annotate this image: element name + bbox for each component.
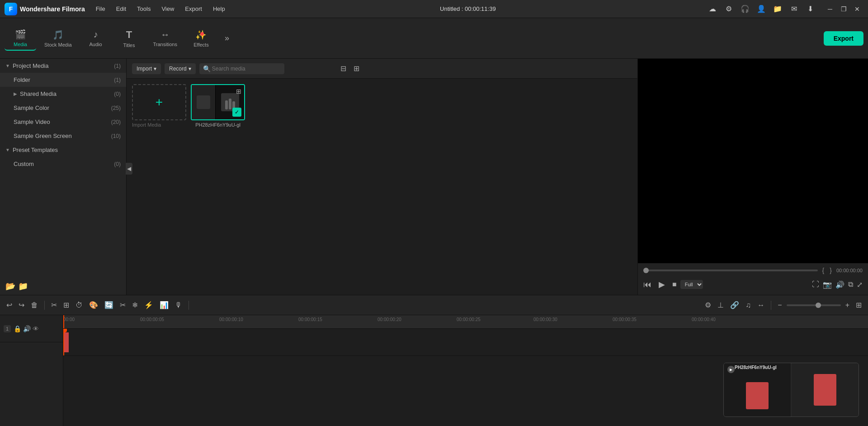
folder-icon[interactable]: 📁 — [18, 281, 28, 291]
quality-select[interactable]: Full 1/2 1/4 — [680, 280, 703, 289]
left-bracket-button[interactable]: { — [821, 267, 826, 274]
menu-help[interactable]: Help — [208, 4, 230, 14]
mic-button[interactable]: 🎙 — [173, 299, 184, 311]
toolbar: 🎬 Media 🎵 Stock Media ♪ Audio T Titles ↔… — [0, 18, 868, 59]
file-icon[interactable]: 📁 — [771, 3, 784, 15]
crop-button[interactable]: ⊞ — [61, 299, 71, 311]
sidebar-sample-green-screen-label: Sample Green Screen — [14, 133, 108, 139]
maximize-button[interactable]: ❐ — [837, 3, 850, 15]
snap-button[interactable]: ⊥ — [716, 299, 726, 311]
new-folder-icon[interactable]: 📂 — [5, 281, 15, 291]
person-silhouette-left — [746, 382, 769, 409]
search-input[interactable] — [199, 63, 284, 74]
sidebar-preset-templates[interactable]: ▼ Preset Templates — [0, 143, 126, 157]
fullscreen-button[interactable]: ⛶ — [812, 280, 819, 289]
sidebar-shared-media[interactable]: ▶ Shared Media (0) — [0, 87, 126, 101]
link-button[interactable]: 🔗 — [728, 299, 741, 311]
minimize-button[interactable]: ─ — [824, 3, 836, 15]
track-visibility-icon[interactable]: 👁 — [33, 325, 39, 332]
content-grid: + Import Media — [127, 79, 637, 295]
settings-icon[interactable]: ⚙ — [722, 3, 735, 15]
freeze-button[interactable]: ❄ — [130, 299, 140, 311]
menu-tools[interactable]: Tools — [132, 4, 155, 14]
media-thumb-ph28z[interactable]: ⊞ ✓ — [191, 84, 245, 120]
sidebar-project-media[interactable]: ▼ Project Media (1) — [0, 59, 126, 73]
sidebar-sample-color[interactable]: Sample Color (25) — [0, 101, 126, 115]
app-logo-icon: F — [5, 3, 17, 15]
zoom-fit-button[interactable]: ↔ — [755, 299, 766, 311]
close-button[interactable]: ✕ — [851, 3, 863, 15]
mail-icon[interactable]: ✉ — [788, 3, 800, 15]
zoom-slider[interactable] — [787, 304, 841, 306]
screenshot-button[interactable]: 📷 — [823, 280, 832, 289]
menu-edit[interactable]: Edit — [112, 4, 131, 14]
preview-seek-slider[interactable] — [643, 270, 818, 271]
preview-timecode: 00:00:00:00 — [836, 268, 863, 273]
pip-button[interactable]: ⧉ — [848, 280, 853, 289]
track-number: 1 — [4, 325, 11, 332]
toolbar-stock-media[interactable]: 🎵 Stock Media — [38, 27, 78, 50]
account-icon[interactable]: 👤 — [755, 3, 768, 15]
toolbar-media[interactable]: 🎬 Media — [5, 26, 36, 51]
color-button[interactable]: 🎨 — [87, 299, 100, 311]
menu-view[interactable]: View — [157, 4, 179, 14]
sidebar-sample-green-screen[interactable]: Sample Green Screen (10) — [0, 129, 126, 143]
preview-controls: { } 00:00:00:00 ⏮ ▶ ■ Full 1/2 1/4 ⛶ 📷 🔊… — [638, 263, 868, 295]
track-audio-icon[interactable]: 🔊 — [23, 325, 31, 332]
import-media-area[interactable]: + Import Media — [132, 84, 186, 128]
toolbar-separator-3 — [771, 301, 771, 310]
record-button[interactable]: Record ▾ — [165, 63, 196, 74]
redo-button[interactable]: ↪ — [17, 299, 26, 311]
zoom-plus-button[interactable]: + — [844, 299, 851, 311]
export-button[interactable]: Export — [824, 31, 863, 46]
undo-button[interactable]: ↩ — [5, 299, 14, 311]
mini-preview-panel: ▶ PH28zHF6nY9uU-gl — [723, 363, 859, 417]
sidebar-folder-count: (1) — [114, 77, 121, 83]
record-chevron-icon: ▾ — [189, 66, 191, 72]
track-labels: 1 🔒 🔊 👁 — [0, 315, 63, 426]
crop2-button[interactable]: ✂ — [118, 299, 127, 311]
cut-button[interactable]: ✂ — [49, 299, 59, 311]
audio-preview-button[interactable]: 🔊 — [835, 280, 844, 289]
toolbar-more-button[interactable]: » — [219, 30, 235, 47]
step-back-button[interactable]: ⏮ — [643, 280, 651, 289]
sidebar-folder[interactable]: Folder (1) — [0, 73, 126, 87]
sidebar-custom[interactable]: Custom (0) — [0, 157, 126, 171]
speed-button[interactable]: ⏱ — [74, 299, 85, 311]
playhead-line — [63, 329, 64, 355]
download-icon[interactable]: ⬇ — [804, 3, 816, 15]
rotate-button[interactable]: 🔄 — [103, 299, 115, 311]
fit-button[interactable]: ⤢ — [857, 280, 863, 289]
delete-button[interactable]: 🗑 — [29, 299, 40, 311]
sidebar-collapse-arrow[interactable]: ◀ — [127, 163, 132, 175]
stop-button[interactable]: ■ — [672, 280, 677, 289]
sidebar-preset-templates-label: Preset Templates — [13, 147, 121, 153]
view-toggle-button[interactable]: ⊞ — [352, 62, 361, 75]
audio-mix-button[interactable]: ♫ — [744, 299, 753, 311]
menu-export[interactable]: Export — [180, 4, 207, 14]
app-name: Wondershare Filmora — [20, 5, 85, 13]
toolbar-transitions[interactable]: ↔ Transitions — [147, 27, 184, 50]
toolbar-audio[interactable]: ♪ Audio — [80, 27, 112, 50]
sidebar-sample-video[interactable]: Sample Video (20) — [0, 115, 126, 129]
play-pause-button[interactable]: ▶ — [655, 278, 669, 291]
import-button[interactable]: Import ▾ — [132, 63, 161, 74]
toolbar-titles[interactable]: T Titles — [113, 26, 145, 51]
menu-file[interactable]: File — [91, 4, 110, 14]
ai-button[interactable]: ⚡ — [142, 299, 155, 311]
import-media-placeholder[interactable]: + — [132, 84, 186, 120]
audio-stretch-button[interactable]: 📊 — [158, 299, 170, 311]
media-item-ph28z[interactable]: ⊞ ✓ PH28zHF6nY9uU-gl — [191, 84, 245, 128]
settings-tl-button[interactable]: ⚙ — [703, 299, 713, 311]
toolbar-effects[interactable]: ✨ Effects — [185, 27, 217, 50]
right-bracket-button[interactable]: } — [829, 267, 833, 274]
sidebar-sample-video-count: (20) — [111, 119, 121, 125]
cloud-icon[interactable]: ☁ — [706, 3, 719, 15]
headphones-icon[interactable]: 🎧 — [739, 3, 751, 15]
stock-media-icon: 🎵 — [52, 29, 64, 40]
track-lock-icon[interactable]: 🔒 — [14, 325, 21, 332]
timeline-settings-button[interactable]: ⊞ — [854, 299, 863, 311]
zoom-minus-button[interactable]: − — [776, 299, 783, 311]
sidebar-sample-green-screen-count: (10) — [111, 133, 121, 139]
filter-button[interactable]: ⊟ — [339, 62, 348, 75]
